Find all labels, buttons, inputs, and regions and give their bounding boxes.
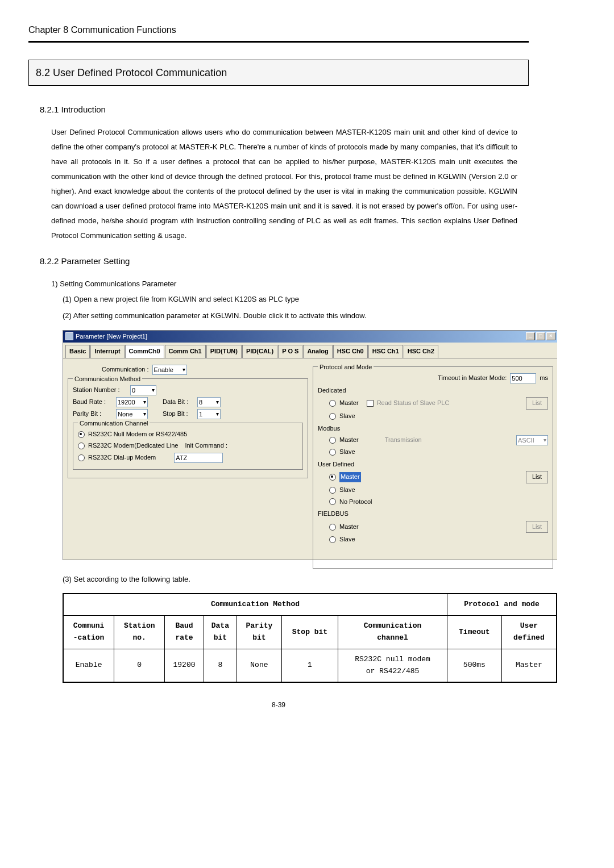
intro-paragraph: User Defined Protocol Communication allo… [51,125,517,243]
data-bit-dropdown[interactable]: 8 [197,397,221,407]
radio-ud-noprotocol[interactable] [329,498,336,505]
td-station-no: 0 [114,649,165,682]
table-header-group1: Communication Method [63,594,447,615]
dedicated-master-label: Master [339,398,359,408]
th-data-bit: Data bit [204,616,237,649]
radio-modbus-slave[interactable] [329,449,336,456]
th-baud-rate: Baud rate [165,616,204,649]
data-bit-label: Data Bit : [163,397,194,407]
td-communication: Enable [63,649,114,682]
dialog-titlebar: Parameter [New Project1] _ □ × [63,331,557,343]
timeout-label: Timeout in Master Mode: [438,373,507,383]
radio-dialup-modem[interactable] [78,454,85,461]
td-user-defined: Master [501,649,557,682]
dialog-tabs: Basic Interrupt CommCh0 Comm Ch1 PID(TUN… [63,343,557,358]
section-title: 8.2 User Defined Protocol Communication [36,67,227,78]
td-stop-bit: 1 [281,649,338,682]
radio-fb-master[interactable] [329,524,336,531]
ud-list-button[interactable]: List [526,471,548,483]
modbus-master-label: Master [339,435,359,445]
dedicated-label: Dedicated [318,386,548,396]
ud-noprotocol-label: No Protocol [339,497,372,507]
tab-basic[interactable]: Basic [65,345,90,358]
subsection-intro-title: 8.2.1 Introduction [40,103,529,116]
radio-dedicated-slave[interactable] [329,413,336,420]
td-timeout: 500ms [447,649,501,682]
communication-dropdown[interactable]: Enable [152,365,187,375]
close-button[interactable]: × [546,332,555,340]
protocol-mode-group: Protocol and Mode Timeout in Master Mode… [313,366,553,569]
th-station-no: Station no. [114,616,165,649]
radio-fb-slave[interactable] [329,536,336,543]
tab-pidcal[interactable]: PID(CAL) [242,345,277,358]
baud-rate-label: Baud Rate : [73,397,113,407]
init-command-input[interactable]: ATZ [174,453,223,463]
timeout-input[interactable]: 500 [510,373,536,383]
dedicated-list-button: List [526,397,548,410]
fieldbus-label: FIELDBUS [318,509,548,519]
tab-interrupt[interactable]: Interrupt [90,345,124,358]
tab-hscch1[interactable]: HSC Ch1 [368,345,403,358]
fb-slave-label: Slave [339,535,355,545]
parity-bit-dropdown[interactable]: None [116,409,148,419]
tab-hscch0[interactable]: HSC Ch0 [333,345,368,358]
userdefined-label: User Defined [318,460,548,470]
dialog-icon [65,332,73,340]
ud-slave-label: Slave [339,485,355,495]
tab-hscch2[interactable]: HSC Ch2 [404,345,438,358]
th-communication: Communi -cation [63,616,114,649]
td-parity-bit: None [237,649,282,682]
transmission-dropdown: ASCII [516,435,548,445]
parity-bit-label: Parity Bit : [73,409,113,419]
read-status-label: Read Status of Slave PLC [377,398,450,408]
ud-master-label: Master [339,472,361,482]
dedicated-slave-label: Slave [339,411,355,422]
tab-commch0[interactable]: CommCh0 [125,345,164,358]
communication-method-group: Communication Method Station Number : 0 … [68,378,308,478]
stop-bit-label: Stop Bit : [163,409,194,419]
th-comm-channel: Communication channel [338,616,447,649]
tab-analog[interactable]: Analog [303,345,332,358]
fb-list-button: List [526,521,548,533]
fb-master-label: Master [339,522,359,532]
tab-pidtun[interactable]: PID(TUN) [206,345,242,358]
stop-bit-dropdown[interactable]: 1 [197,409,221,419]
baud-rate-dropdown[interactable]: 19200 [116,397,148,407]
section-title-box: 8.2 User Defined Protocol Communication [28,60,529,86]
th-parity-bit: Parity bit [237,616,282,649]
communication-channel-title: Communication Channel [78,419,150,429]
radio-null-modem[interactable] [78,431,85,438]
td-baud-rate: 19200 [165,649,204,682]
minimize-button[interactable]: _ [526,332,535,340]
communication-channel-group: Communication Channel RS232C Null Modem … [73,423,303,470]
step-1: 1) Setting Communications Parameter [51,277,529,291]
substep-2: (2) After setting communication paramete… [63,308,529,324]
parameter-table: Communication Method Protocol and mode C… [63,593,557,683]
station-number-dropdown[interactable]: 0 [130,385,156,395]
radio-ud-slave[interactable] [329,487,336,494]
substep-3: (3) Set according to the following table… [63,571,529,588]
td-data-bit: 8 [204,649,237,682]
timeout-unit: ms [540,373,548,383]
maximize-button[interactable]: □ [536,332,545,340]
transmission-label: Transmission [385,435,422,445]
dialog-title: Parameter [New Project1] [76,332,147,342]
th-stop-bit: Stop bit [281,616,338,649]
radio-dedicated-modem[interactable] [78,443,85,449]
checkbox-read-status [367,400,374,407]
page-number: 8-39 [28,700,529,711]
station-number-label: Station Number : [73,385,127,395]
substep-1: (1) Open a new project file from KGLWIN … [63,291,529,308]
modbus-label: Modbus [318,424,548,434]
th-timeout: Timeout [447,616,501,649]
communication-method-title: Communication Method [73,374,142,385]
radio-modbus-master[interactable] [329,437,336,444]
radio-ud-master[interactable] [329,474,336,481]
tab-commch1[interactable]: Comm Ch1 [165,345,206,358]
radio-dedicated-master[interactable] [329,400,336,407]
communication-label: Communication : [102,365,149,375]
radio-dialup-modem-label: RS232C Dial-up Modem [88,453,156,463]
tab-pos[interactable]: P O S [278,345,302,358]
radio-dedicated-modem-label: RS232C Modem(Dedicated Line [88,441,178,451]
th-user-defined: User defined [501,616,557,649]
